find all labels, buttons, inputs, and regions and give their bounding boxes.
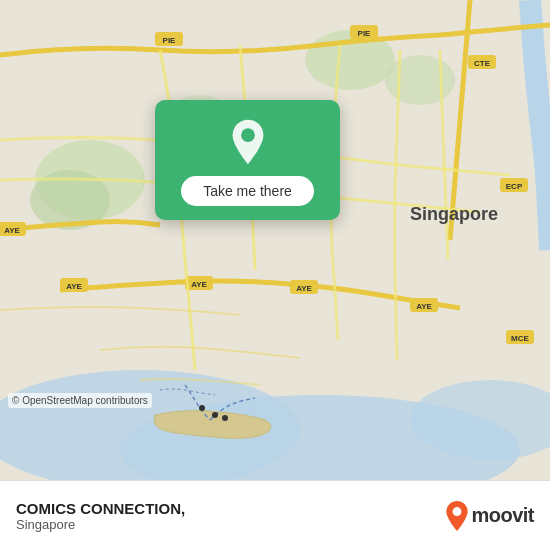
svg-text:AYE: AYE	[416, 302, 432, 311]
location-popup: Take me there	[155, 100, 340, 220]
place-name: COMICS CONNECTION,	[16, 500, 185, 517]
map-background: PIE PIE CTE AYE AYE AYE AYE AYE ECP	[0, 0, 550, 480]
moovit-text: moovit	[471, 504, 534, 527]
svg-point-33	[241, 128, 255, 142]
svg-point-32	[222, 415, 228, 421]
location-pin-icon	[224, 118, 272, 166]
svg-text:AYE: AYE	[66, 282, 82, 291]
svg-point-31	[212, 412, 218, 418]
map-area[interactable]: PIE PIE CTE AYE AYE AYE AYE AYE ECP	[0, 0, 550, 480]
svg-text:AYE: AYE	[4, 226, 20, 235]
app-container: PIE PIE CTE AYE AYE AYE AYE AYE ECP	[0, 0, 550, 550]
svg-text:Singapore: Singapore	[410, 204, 498, 224]
svg-text:AYE: AYE	[296, 284, 312, 293]
moovit-pin-icon	[443, 500, 471, 532]
bottom-info: COMICS CONNECTION, Singapore	[16, 500, 185, 532]
svg-point-7	[385, 55, 455, 105]
svg-text:AYE: AYE	[191, 280, 207, 289]
svg-text:ECP: ECP	[506, 182, 523, 191]
svg-point-34	[453, 507, 462, 516]
bottom-bar: COMICS CONNECTION, Singapore moovit	[0, 480, 550, 550]
copyright-text: © OpenStreetMap contributors	[8, 393, 152, 408]
svg-text:MCE: MCE	[511, 334, 529, 343]
svg-text:PIE: PIE	[358, 29, 372, 38]
svg-text:CTE: CTE	[474, 59, 491, 68]
place-location: Singapore	[16, 517, 185, 532]
svg-text:PIE: PIE	[163, 36, 177, 45]
svg-point-30	[199, 405, 205, 411]
take-me-there-button[interactable]: Take me there	[181, 176, 314, 206]
moovit-logo[interactable]: moovit	[443, 500, 534, 532]
